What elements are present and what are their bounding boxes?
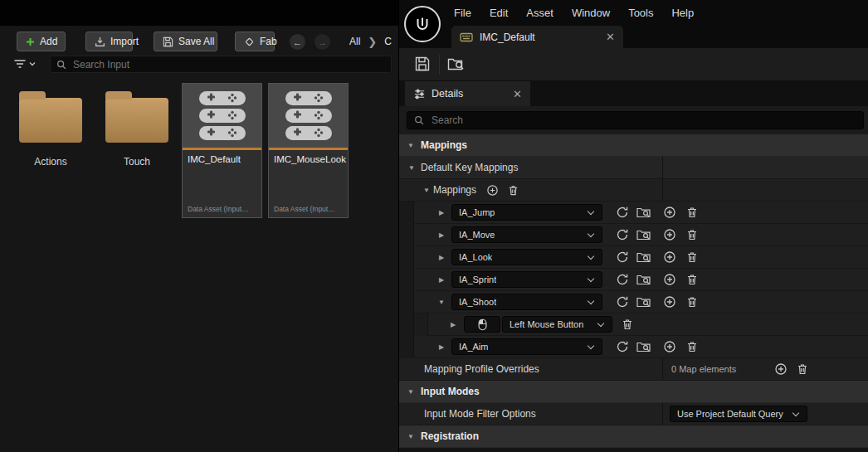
history-back-button[interactable]: ← [290,34,305,50]
search-input[interactable] [71,58,385,71]
key-dropdown[interactable]: Left Mouse Button [502,316,612,333]
breadcrumb-all[interactable]: All [349,36,360,47]
delete-icon[interactable] [685,340,699,353]
editor-tab-bar: IMC_Default ✕ [399,26,868,48]
expander-right-icon[interactable] [436,276,446,284]
import-button[interactable]: Import [85,32,133,51]
dropdown-value: IA_Look [459,252,492,262]
add-element-icon[interactable] [663,250,676,264]
expander-right-icon[interactable] [436,254,446,261]
add-element-icon[interactable] [663,206,676,219]
action-dropdown[interactable]: IA_Sprint [451,271,602,288]
expander-right-icon[interactable] [436,209,446,216]
add-element-icon[interactable] [663,340,676,353]
key-select-button[interactable] [464,316,500,333]
action-dropdown[interactable]: IA_Look [451,249,602,265]
details-tab-bar: Details ✕ [399,81,868,106]
expander-down-icon[interactable] [406,388,416,396]
action-dropdown[interactable]: IA_Jump [451,204,602,221]
category-mappings[interactable]: Mappings [399,134,868,157]
add-element-icon[interactable] [663,295,676,309]
add-element-icon[interactable] [486,184,499,197]
delete-icon[interactable] [685,295,699,309]
category-input-modes[interactable]: Input Modes [399,381,868,403]
browse-to-asset-icon[interactable] [636,206,651,219]
expander-down-icon[interactable] [406,433,416,440]
open-asset-icon[interactable] [616,273,629,286]
action-dropdown[interactable]: IA_Shoot [451,294,602,310]
tab-details[interactable]: Details ✕ [405,81,530,106]
close-icon[interactable]: ✕ [513,89,522,100]
column-divider[interactable] [662,179,663,201]
open-asset-icon[interactable] [616,250,629,264]
close-icon[interactable]: ✕ [606,32,615,42]
add-element-icon[interactable] [663,228,676,241]
expander-down-icon[interactable] [406,142,416,149]
details-icon [413,88,426,100]
expander-right-icon[interactable] [436,343,446,351]
delete-icon[interactable] [685,206,699,219]
delete-icon[interactable] [796,362,809,376]
column-divider[interactable] [662,403,663,425]
column-divider[interactable] [662,157,663,178]
mapping-row-ia-aim: IA_Aim [399,336,868,358]
row-label: Default Key Mappings [421,162,518,173]
save-all-button[interactable]: Save All [154,32,217,51]
open-asset-icon[interactable] [616,340,629,353]
asset-tile-imc-default[interactable]: IMC_Default Data Asset (Input… [182,83,262,218]
browse-to-asset-icon[interactable] [636,250,651,264]
expander-down-icon[interactable] [407,164,417,172]
category-registration[interactable]: Registration [399,425,868,448]
delete-icon[interactable] [685,250,699,264]
column-divider[interactable] [662,358,663,380]
details-search[interactable] [407,111,864,129]
browse-to-asset-toolbar-icon[interactable] [447,56,466,72]
filter-query-dropdown[interactable]: Use Project Default Query [670,406,807,422]
dropdown-value: IA_Sprint [459,275,496,284]
delete-icon[interactable] [507,184,519,197]
content-browser-search[interactable] [50,56,392,73]
browse-to-asset-icon[interactable] [636,340,651,353]
expander-down-icon[interactable] [422,187,432,194]
open-asset-icon[interactable] [616,295,629,309]
browse-to-asset-icon[interactable] [636,228,651,241]
action-dropdown[interactable]: IA_Move [451,226,602,243]
mapping-row-ia-look: IA_Look [399,246,868,269]
breadcrumb-next-truncated[interactable]: C [384,36,392,47]
delete-icon[interactable] [685,273,699,286]
row-mappings-group[interactable]: Mappings [399,179,868,202]
indent-gutter [399,246,414,269]
menu-file[interactable]: File [454,7,471,19]
expander-right-icon[interactable] [436,231,446,239]
menu-edit[interactable]: Edit [490,7,508,19]
add-element-icon[interactable] [663,273,676,286]
add-element-icon[interactable] [774,362,788,376]
category-label: Input Modes [421,386,480,397]
folder-touch[interactable]: Touch [105,86,169,168]
action-dropdown[interactable]: IA_Aim [451,338,602,355]
filter-button[interactable] [13,58,36,70]
row-default-key-mappings[interactable]: Default Key Mappings [399,157,868,179]
delete-icon[interactable] [621,318,634,331]
save-icon[interactable] [414,56,431,72]
menu-help[interactable]: Help [671,7,694,19]
asset-type-label: Data Asset (Input… [188,205,249,213]
details-search-input[interactable] [430,114,856,127]
expander-down-icon[interactable] [436,299,446,306]
fab-button[interactable]: Fab [235,32,275,51]
menu-asset[interactable]: Asset [526,7,553,19]
browse-to-asset-icon[interactable] [636,273,651,286]
browse-to-asset-icon[interactable] [636,295,651,309]
expander-right-icon[interactable] [448,321,458,328]
menu-window[interactable]: Window [572,7,610,19]
asset-tile-imc-mouselook[interactable]: IMC_MouseLook Data Asset (Input… [268,83,349,218]
add-button[interactable]: Add [17,32,66,51]
tab-imc-default[interactable]: IMC_Default ✕ [451,26,623,48]
folder-icon [105,98,168,143]
open-asset-icon[interactable] [616,228,629,241]
folder-actions[interactable]: Actions [18,86,83,168]
open-asset-icon[interactable] [616,206,629,219]
menu-tools[interactable]: Tools [628,7,653,19]
history-forward-button[interactable]: → [315,34,330,50]
delete-icon[interactable] [685,228,699,241]
